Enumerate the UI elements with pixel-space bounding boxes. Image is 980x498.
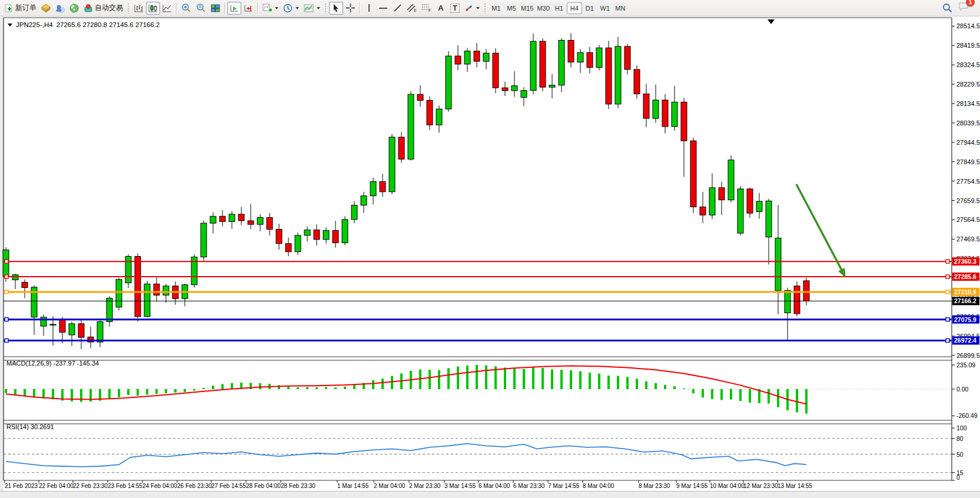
timeframe-button-M1[interactable]: M1 xyxy=(489,2,504,14)
bar-chart-icon xyxy=(134,4,144,12)
svg-text:28 Feb 23:30: 28 Feb 23:30 xyxy=(281,483,315,489)
equidistant-channel-icon: E xyxy=(407,4,417,12)
indicators-button[interactable] xyxy=(260,2,281,15)
text-tool-button[interactable]: A xyxy=(434,2,448,15)
svg-text:27849.5: 27849.5 xyxy=(956,158,980,165)
chart-title: JPN225-,H4 27265.6 27280.8 27145.6 27166… xyxy=(8,21,160,28)
chat-button[interactable]: 1 xyxy=(958,2,969,14)
chart-ohlc-values: 27265.6 27280.8 27145.6 27166.2 xyxy=(57,21,160,28)
crosshair-icon xyxy=(346,4,355,12)
svg-text:27469.5: 27469.5 xyxy=(956,235,980,243)
timeframe-button-D1[interactable]: D1 xyxy=(582,2,597,14)
cursor-tool-button[interactable] xyxy=(329,2,343,15)
horizontal-line-tool-button[interactable] xyxy=(376,2,390,15)
new-order-icon xyxy=(5,4,14,12)
profile-button[interactable] xyxy=(53,2,67,15)
chart-menu-icon[interactable] xyxy=(8,24,12,26)
svg-text:27285.6: 27285.6 xyxy=(954,273,976,280)
svg-text:-260.49: -260.49 xyxy=(956,412,978,419)
new-order-button[interactable]: 新订单 xyxy=(2,2,39,15)
dropdown-caret-icon xyxy=(275,7,278,9)
toolbar-grip xyxy=(484,3,487,14)
chart-shift-button[interactable] xyxy=(241,2,255,15)
cursor-icon xyxy=(332,4,340,12)
timeframe-button-H4[interactable]: H4 xyxy=(567,2,582,14)
label-tool-glyph: T xyxy=(450,4,459,13)
auto-trading-button[interactable]: 自动交易 xyxy=(81,2,125,15)
channel-tool-button[interactable]: E xyxy=(404,2,419,15)
tile-windows-button[interactable] xyxy=(208,2,222,15)
svg-text:1 Mar 14:55: 1 Mar 14:55 xyxy=(337,483,369,489)
timeframe-button-M30[interactable]: M30 xyxy=(535,2,551,14)
svg-text:27 Feb 14:55: 27 Feb 14:55 xyxy=(211,483,246,489)
candlestick-chart-button[interactable] xyxy=(146,2,160,15)
toolbar-separator xyxy=(257,2,258,14)
candlestick-chart-icon xyxy=(148,4,158,12)
svg-text:23 Feb 14:55: 23 Feb 14:55 xyxy=(108,483,142,489)
timeframe-button-M5[interactable]: M5 xyxy=(504,2,519,14)
svg-text:28419.5: 28419.5 xyxy=(956,42,980,49)
svg-text:21 Feb 2023: 21 Feb 2023 xyxy=(5,483,38,489)
fibonacci-icon: F xyxy=(421,4,431,12)
zoom-in-button[interactable] xyxy=(179,2,194,15)
fibonacci-tool-button[interactable]: F xyxy=(419,2,434,15)
svg-text:27166.2: 27166.2 xyxy=(954,297,976,304)
line-chart-button[interactable] xyxy=(160,2,174,15)
svg-text:27754.5: 27754.5 xyxy=(956,178,980,185)
chart-canvas[interactable]: 28514.528419.528324.528229.528134.528039… xyxy=(0,0,980,498)
auto-scroll-button[interactable] xyxy=(227,2,241,15)
timeframe-button-M15[interactable]: M15 xyxy=(519,2,535,14)
timeframe-button-MN[interactable]: MN xyxy=(613,2,628,14)
svg-text:7 Mar 14:55: 7 Mar 14:55 xyxy=(548,483,580,489)
news-signal-button[interactable] xyxy=(67,2,81,15)
svg-text:10 Mar 04:00: 10 Mar 04:00 xyxy=(710,483,745,489)
clock-icon xyxy=(283,4,293,13)
svg-text:0: 0 xyxy=(956,474,960,481)
zoom-in-icon xyxy=(181,3,191,13)
market-watch-button[interactable] xyxy=(39,2,53,15)
horizontal-line-icon xyxy=(378,5,388,12)
svg-text:27659.5: 27659.5 xyxy=(956,197,980,204)
bar-chart-button[interactable] xyxy=(132,2,146,15)
svg-text:22 Feb 04:00: 22 Feb 04:00 xyxy=(39,483,74,489)
crosshair-tool-button[interactable] xyxy=(343,2,357,15)
timeframe-button-H1[interactable]: H1 xyxy=(552,2,567,14)
vertical-line-tool-button[interactable] xyxy=(362,2,376,15)
svg-text:28039.5: 28039.5 xyxy=(956,119,980,127)
search-icon[interactable] xyxy=(942,3,952,13)
svg-text:13 Mar 14:55: 13 Mar 14:55 xyxy=(778,483,812,489)
svg-text:26972.4: 26972.4 xyxy=(954,337,976,344)
periods-button[interactable] xyxy=(281,2,301,15)
timeframe-button-W1[interactable]: W1 xyxy=(597,2,613,14)
chart-symbol-period: JPN225-,H4 xyxy=(16,21,53,28)
label-tool-button[interactable]: T xyxy=(448,2,462,15)
svg-text:24 Feb 04:00: 24 Feb 04:00 xyxy=(142,483,177,489)
dropdown-caret-icon xyxy=(476,7,480,9)
svg-text:8 Mar 23:30: 8 Mar 23:30 xyxy=(639,483,670,489)
svg-text:27944.5: 27944.5 xyxy=(956,139,980,146)
auto-scroll-icon xyxy=(230,4,239,12)
zoom-out-button[interactable] xyxy=(194,2,208,15)
gold-cube-icon xyxy=(41,4,51,13)
svg-text:27564.5: 27564.5 xyxy=(956,216,980,223)
svg-text:28229.5: 28229.5 xyxy=(956,81,980,88)
toolbar-grip xyxy=(127,3,130,14)
svg-text:3 Mar 14:55: 3 Mar 14:55 xyxy=(444,483,476,489)
svg-text:6 Mar 04:00: 6 Mar 04:00 xyxy=(479,483,510,489)
svg-text:F: F xyxy=(428,8,431,12)
svg-text:2 Mar 04:00: 2 Mar 04:00 xyxy=(374,483,406,489)
svg-text:50: 50 xyxy=(956,451,964,458)
toolbar-grip xyxy=(324,3,327,14)
svg-text:27360.3: 27360.3 xyxy=(954,258,976,265)
svg-text:28324.5: 28324.5 xyxy=(956,61,980,68)
timeframe-group: M1M5M15M30H1H4D1W1MN xyxy=(489,1,628,16)
trendline-tool-button[interactable] xyxy=(390,2,404,15)
toolbar-separator xyxy=(224,2,225,14)
svg-text:26899.5: 26899.5 xyxy=(956,352,980,359)
svg-text:100: 100 xyxy=(956,424,967,431)
arrows-tool-button[interactable] xyxy=(462,2,482,15)
templates-button[interactable] xyxy=(301,2,323,15)
svg-text:E: E xyxy=(414,8,417,12)
vertical-line-icon xyxy=(366,4,373,12)
text-tool-glyph: A xyxy=(438,4,443,12)
